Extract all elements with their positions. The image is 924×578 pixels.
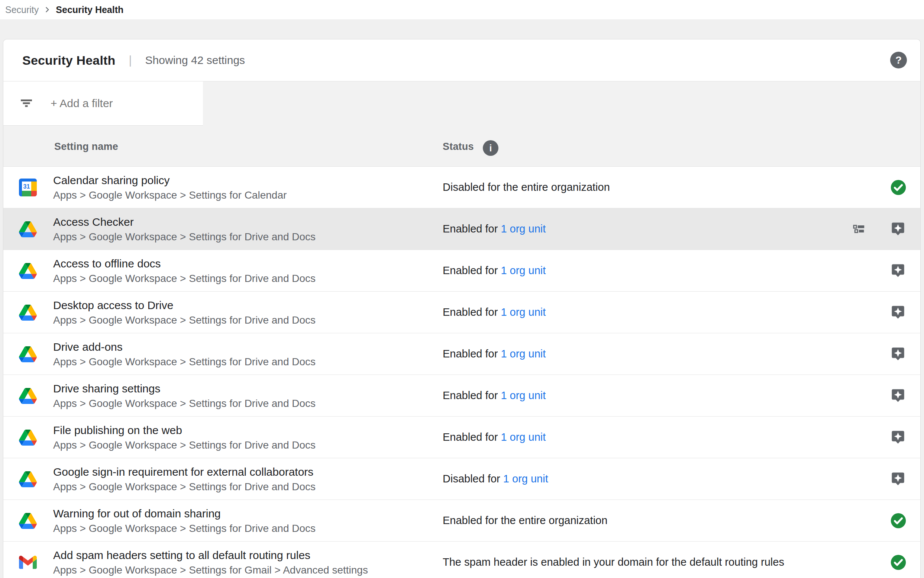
drive-icon [19,304,37,321]
setting-cell: Calendar sharing policyApps > Google Wor… [53,172,286,202]
help-icon[interactable]: ? [890,52,907,68]
setting-name: Add spam headers setting to all default … [53,547,368,563]
table-row[interactable]: Access CheckerApps > Google Workspace > … [3,208,920,250]
breadcrumb-current: Security Health [56,5,123,15]
setting-path: Apps > Google Workspace > Settings for D… [53,438,316,452]
setting-name: Access to offline docs [53,256,316,271]
setting-cell: File publishing on the webApps > Google … [53,422,316,452]
status-cell: Enabled for the entire organization [443,500,607,541]
table-row[interactable]: Add spam headers setting to all default … [3,542,920,578]
status-text: Enabled for [443,431,498,443]
security-health-card: Security Health | Showing 42 settings ? … [3,39,921,578]
setting-path: Apps > Google Workspace > Settings for D… [53,271,316,286]
org-list-icon[interactable] [851,222,866,237]
setting-path: Apps > Google Workspace > Settings for D… [53,229,316,244]
drive-icon [19,512,37,530]
table-toolbar: + Add a filter Setting name Status i [3,81,920,167]
status-text: Enabled for [443,223,498,235]
table-row[interactable]: File publishing on the webApps > Google … [3,417,920,458]
setting-name: Warning for out of domain sharing [53,506,316,521]
table-row[interactable]: Warning for out of domain sharingApps > … [3,500,920,542]
setting-name: Desktop access to Drive [53,297,316,313]
drive-icon [19,470,37,488]
org-unit-link[interactable]: 1 org unit [501,265,545,277]
setting-name: Drive add-ons [53,339,316,354]
table-row[interactable]: Google sign-in requirement for external … [3,458,920,500]
filter-bar[interactable]: + Add a filter [3,81,203,126]
drive-icon [19,387,37,405]
column-header-status: Status [443,141,474,153]
setting-name: File publishing on the web [53,422,316,438]
status-text: Enabled for the entire organization [443,515,607,527]
setting-cell: Desktop access to DriveApps > Google Wor… [53,297,316,327]
status-cell: Enabled for 1 org unit [443,208,545,250]
drive-icon [19,345,37,363]
svg-text:31: 31 [23,183,30,190]
calendar-icon: 31 [19,179,37,196]
org-unit-link[interactable]: 1 org unit [501,431,545,443]
org-unit-link[interactable]: 1 org unit [501,223,545,235]
breadcrumb-parent[interactable]: Security [5,5,39,15]
setting-path: Apps > Google Workspace > Settings for G… [53,563,368,577]
status-info-icon[interactable]: i [483,140,498,156]
setting-path: Apps > Google Workspace > Settings for D… [53,354,316,369]
check-circle-icon [890,179,906,196]
recommendation-badge-icon[interactable] [890,471,906,487]
table-row[interactable]: 31Calendar sharing policyApps > Google W… [3,167,920,208]
recommendation-badge-icon[interactable] [890,263,906,279]
status-cell: Enabled for 1 org unit [443,292,545,333]
status-cell: Enabled for 1 org unit [443,333,545,375]
status-text: Enabled for [443,265,498,277]
table-row[interactable]: Drive add-onsApps > Google Workspace > S… [3,333,920,375]
gmail-icon [19,554,37,571]
setting-path: Apps > Google Workspace > Settings for D… [53,313,316,327]
filter-icon [21,99,32,108]
chevron-right-icon [42,5,52,15]
setting-name: Access Checker [53,214,316,229]
recommendation-badge-icon[interactable] [890,429,906,446]
status-text: Enabled for [443,306,498,318]
setting-path: Apps > Google Workspace > Settings for C… [53,188,286,202]
setting-cell: Google sign-in requirement for external … [53,464,316,494]
org-unit-link[interactable]: 1 org unit [503,473,548,485]
setting-path: Apps > Google Workspace > Settings for D… [53,396,316,411]
table-row[interactable]: Access to offline docsApps > Google Work… [3,250,920,292]
setting-name: Google sign-in requirement for external … [53,464,316,479]
setting-cell: Access CheckerApps > Google Workspace > … [53,214,316,244]
title-separator: | [129,54,132,67]
table-row[interactable]: Drive sharing settingsApps > Google Work… [3,375,920,417]
status-text: Enabled for [443,348,498,360]
setting-name: Calendar sharing policy [53,172,286,188]
status-text: Disabled for [443,473,500,485]
status-cell: Disabled for the entire organization [443,167,610,208]
org-unit-link[interactable]: 1 org unit [501,348,545,360]
check-circle-icon [890,554,906,571]
status-text: Disabled for the entire organization [443,181,610,193]
recommendation-badge-icon[interactable] [890,346,906,362]
add-filter-button[interactable]: + Add a filter [50,97,113,110]
security-health-page: { "breadcrumb": { "parent": "Security", … [0,0,924,578]
settings-table: 31Calendar sharing policyApps > Google W… [3,167,920,578]
drive-icon [19,220,37,238]
org-unit-link[interactable]: 1 org unit [501,306,545,318]
column-header-setting-name: Setting name [54,141,118,153]
setting-path: Apps > Google Workspace > Settings for D… [53,479,316,494]
org-unit-link[interactable]: 1 org unit [501,390,545,402]
status-cell: Enabled for 1 org unit [443,417,545,458]
drive-icon [19,429,37,446]
breadcrumb: Security Security Health [0,0,924,19]
status-cell: The spam header is enabled in your domai… [443,542,784,578]
table-row[interactable]: Desktop access to DriveApps > Google Wor… [3,292,920,333]
status-cell: Enabled for 1 org unit [443,375,545,416]
setting-path: Apps > Google Workspace > Settings for D… [53,521,316,536]
status-cell: Disabled for 1 org unit [443,458,548,500]
card-header: Security Health | Showing 42 settings ? [3,39,920,81]
check-circle-icon [890,513,906,529]
recommendation-badge-icon[interactable] [890,221,906,237]
recommendation-badge-icon[interactable] [890,388,906,404]
setting-cell: Warning for out of domain sharingApps > … [53,506,316,536]
setting-name: Drive sharing settings [53,381,316,396]
status-text: The spam header is enabled in your domai… [443,556,784,568]
page-title: Security Health [22,53,116,68]
recommendation-badge-icon[interactable] [890,304,906,321]
